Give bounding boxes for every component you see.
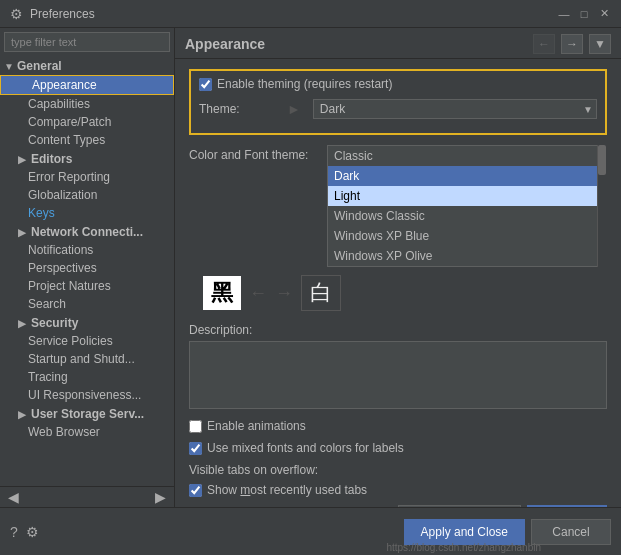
ui-responsiveness-label: UI Responsiveness...	[28, 388, 141, 402]
sidebar-item-perspectives[interactable]: Perspectives	[0, 259, 174, 277]
sidebar-next-btn[interactable]: ▶	[151, 489, 170, 505]
theme-label: Theme:	[199, 102, 279, 116]
expand-icon-editors: ▶	[18, 154, 28, 165]
security-label: Security	[31, 316, 78, 330]
sidebar-item-ui-responsiveness[interactable]: UI Responsiveness...	[0, 386, 174, 404]
description-area: Description:	[189, 323, 607, 409]
sidebar-prev-btn[interactable]: ◀	[4, 489, 23, 505]
cf-option-classic[interactable]: Classic	[328, 146, 606, 166]
startup-label: Startup and Shutd...	[28, 352, 135, 366]
sidebar-item-project-natures[interactable]: Project Natures	[0, 277, 174, 295]
content-area: Appearance ← → ▼ Enable theming (require…	[175, 28, 621, 507]
sidebar-item-search[interactable]: Search	[0, 295, 174, 313]
restore-defaults-button[interactable]: Restore Defaults	[398, 505, 521, 507]
sidebar-item-tracing[interactable]: Tracing	[0, 368, 174, 386]
sidebar-item-error-reporting[interactable]: Error Reporting	[0, 168, 174, 186]
perspectives-label: Perspectives	[28, 261, 97, 275]
page-title: Appearance	[185, 36, 527, 52]
service-policies-label: Service Policies	[28, 334, 113, 348]
bottom-area: ? ⚙ Apply and Close Cancel https://blog.…	[0, 507, 621, 555]
char-black: 黑	[203, 276, 241, 310]
app-icon: ⚙	[8, 6, 24, 22]
char-demo-area: 黑 ← → 白	[189, 275, 607, 311]
search-label: Search	[28, 297, 66, 311]
visible-tabs-label: Visible tabs on overflow:	[189, 463, 318, 477]
cf-option-light[interactable]: Light	[328, 186, 606, 206]
capabilities-label: Capabilities	[28, 97, 90, 111]
show-recent-tabs-label: Show most recently used tabs	[207, 483, 367, 497]
window-title: Preferences	[30, 7, 555, 21]
color-font-theme-area: Color and Font theme: Classic Dark Light…	[189, 145, 607, 267]
expand-icon-network: ▶	[18, 227, 28, 238]
theme-select[interactable]: Classic Dark Light Windows Classic Windo…	[313, 99, 597, 119]
sidebar-item-general[interactable]: ▼ General	[0, 56, 174, 75]
sidebar-item-appearance[interactable]: Appearance	[0, 75, 174, 95]
close-button[interactable]: ✕	[595, 5, 613, 23]
back-button[interactable]: ←	[533, 34, 555, 54]
cf-option-windows-classic[interactable]: Windows Classic	[328, 206, 606, 226]
tree-area: ▼ General Appearance Capabilities Compar…	[0, 56, 174, 486]
user-storage-label: User Storage Serv...	[31, 407, 144, 421]
sidebar-item-service-policies[interactable]: Service Policies	[0, 332, 174, 350]
network-label: Network Connecti...	[31, 225, 143, 239]
show-recent-tabs-checkbox[interactable]	[189, 484, 202, 497]
web-browser-label: Web Browser	[28, 425, 100, 439]
main-container: ▼ General Appearance Capabilities Compar…	[0, 28, 621, 507]
content-types-label: Content Types	[28, 133, 105, 147]
sidebar-item-network[interactable]: ▶ Network Connecti...	[0, 222, 174, 241]
window-controls: — □ ✕	[555, 5, 613, 23]
project-natures-label: Project Natures	[28, 279, 111, 293]
content-header: Appearance ← → ▼	[175, 28, 621, 59]
enable-animations-checkbox[interactable]	[189, 420, 202, 433]
theming-section: Enable theming (requires restart) Theme:…	[189, 69, 607, 135]
sidebar-item-editors[interactable]: ▶ Editors	[0, 149, 174, 168]
settings-button[interactable]: ⚙	[26, 524, 39, 540]
general-label: General	[17, 59, 62, 73]
sidebar-item-user-storage[interactable]: ▶ User Storage Serv...	[0, 404, 174, 423]
use-mixed-fonts-checkbox[interactable]	[189, 442, 202, 455]
sidebar-item-keys[interactable]: Keys	[0, 204, 174, 222]
enable-theming-label: Enable theming (requires restart)	[217, 77, 392, 91]
sidebar-item-startup[interactable]: Startup and Shutd...	[0, 350, 174, 368]
sidebar-item-web-browser[interactable]: Web Browser	[0, 423, 174, 441]
apply-and-close-button[interactable]: Apply and Close	[404, 519, 525, 545]
color-font-dropdown: Classic Dark Light Windows Classic Windo…	[327, 145, 607, 267]
error-reporting-label: Error Reporting	[28, 170, 110, 184]
help-button[interactable]: ?	[10, 524, 18, 540]
title-bar: ⚙ Preferences — □ ✕	[0, 0, 621, 28]
cancel-button[interactable]: Cancel	[531, 519, 611, 545]
sidebar-item-capabilities[interactable]: Capabilities	[0, 95, 174, 113]
dropdown-scrollbar[interactable]	[597, 145, 607, 267]
filter-input[interactable]	[4, 32, 170, 52]
arrow-left-icon: ←	[249, 283, 267, 304]
expand-icon-user-storage: ▶	[18, 409, 28, 420]
enable-animations-row: Enable animations	[189, 419, 607, 433]
expand-icon-security: ▶	[18, 318, 28, 329]
arrow-right-icon: →	[275, 283, 293, 304]
show-recent-tabs-row: Show most recently used tabs	[189, 483, 607, 497]
theme-select-wrapper: Classic Dark Light Windows Classic Windo…	[313, 99, 597, 119]
sidebar-item-compare-patch[interactable]: Compare/Patch	[0, 113, 174, 131]
cf-option-dark[interactable]: Dark	[328, 166, 606, 186]
char-white: 白	[301, 275, 341, 311]
maximize-button[interactable]: □	[575, 5, 593, 23]
dropdown-button[interactable]: ▼	[589, 34, 611, 54]
enable-theming-checkbox[interactable]	[199, 78, 212, 91]
apply-button[interactable]: Apply	[527, 505, 607, 507]
sidebar-item-notifications[interactable]: Notifications	[0, 241, 174, 259]
action-row: Restore Defaults Apply	[189, 505, 607, 507]
content-body: Enable theming (requires restart) Theme:…	[175, 59, 621, 507]
compare-patch-label: Compare/Patch	[28, 115, 111, 129]
cf-option-windows-xp-olive[interactable]: Windows XP Olive	[328, 246, 606, 266]
use-mixed-fonts-row: Use mixed fonts and colors for labels	[189, 441, 607, 455]
cf-option-windows-xp-blue[interactable]: Windows XP Blue	[328, 226, 606, 246]
sidebar-item-security[interactable]: ▶ Security	[0, 313, 174, 332]
sidebar-item-globalization[interactable]: Globalization	[0, 186, 174, 204]
expand-icon: ▼	[4, 61, 14, 72]
forward-button[interactable]: →	[561, 34, 583, 54]
visible-tabs-section: Visible tabs on overflow:	[189, 463, 607, 477]
footer-icons: ? ⚙	[10, 524, 39, 540]
minimize-button[interactable]: —	[555, 5, 573, 23]
sidebar-item-content-types[interactable]: Content Types	[0, 131, 174, 149]
scrollbar-thumb	[598, 145, 606, 175]
